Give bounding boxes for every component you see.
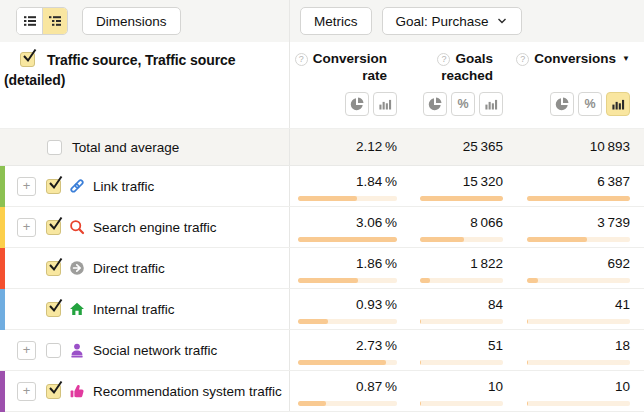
expand-button[interactable]: +: [17, 177, 36, 196]
row-checkbox[interactable]: [46, 302, 61, 317]
conversions-cell: 6 387: [503, 166, 644, 206]
help-icon: ?: [437, 53, 450, 66]
pie-view-toggle[interactable]: [550, 92, 574, 116]
conversion-rate-bar: [298, 401, 397, 406]
expand-button[interactable]: +: [17, 382, 36, 401]
goals-reached-value: 10: [488, 379, 503, 395]
conversion-rate-bar: [298, 278, 397, 283]
goals-reached-value: 84: [488, 297, 503, 313]
total-checkbox[interactable]: [47, 140, 62, 155]
goal-selector[interactable]: Goal: Purchase: [382, 7, 522, 35]
goals-reached-cell: 51: [397, 330, 503, 370]
bars-view-toggle[interactable]: [606, 92, 630, 116]
row-label[interactable]: Direct traffic: [93, 261, 165, 276]
row-left-cell: + Recommendation system traffic: [0, 371, 290, 411]
column-header-goals-reached: ?Goalsreached %: [397, 42, 503, 128]
chevron-down-icon: [496, 15, 508, 27]
column-title[interactable]: ?Goalsreached: [437, 50, 503, 92]
expand-button[interactable]: +: [17, 341, 36, 360]
goals-reached-bar: [420, 360, 503, 365]
dimensions-button[interactable]: Dimensions: [82, 7, 181, 35]
column-display-toggles: %: [550, 92, 630, 116]
conversion-rate-value: 0.87 %: [356, 379, 397, 395]
pie-view-toggle[interactable]: [423, 92, 447, 116]
row-label[interactable]: Search engine traffic: [93, 220, 217, 235]
row-color-strip: [0, 289, 5, 330]
goals-reached-bar: [420, 278, 503, 283]
metrics-button[interactable]: Metrics: [300, 7, 372, 35]
toolbar-left: Dimensions: [0, 0, 290, 42]
flat-list-view-button[interactable]: [17, 8, 42, 34]
conversions-bar: [527, 360, 630, 365]
conversion-rate-cell: 1.84 %: [290, 166, 397, 206]
toolbar-right: Metrics Goal: Purchase: [290, 0, 644, 42]
goals-reached-value: 51: [488, 338, 503, 354]
list-icon: [22, 13, 38, 29]
percent-view-toggle[interactable]: %: [578, 92, 602, 116]
dimension-header-cell: Traffic source, Traffic source (detailed…: [0, 42, 290, 128]
recommendation-traffic-icon: [69, 383, 85, 399]
sort-desc-icon: ▼: [622, 54, 630, 63]
column-header-conversion-rate: ?Conversionrate: [290, 42, 397, 128]
row-color-strip: [0, 248, 5, 289]
bars-view-toggle[interactable]: [373, 92, 397, 116]
conversion-rate-bar: [298, 319, 397, 324]
row-label[interactable]: Social network traffic: [93, 343, 217, 358]
dimension-title[interactable]: Traffic source, Traffic source (detailed…: [4, 52, 235, 88]
table-body: + Link traffic 1.84 % 15 320 6 387 + Sea…: [0, 166, 644, 412]
conversions-value: 692: [607, 256, 630, 272]
help-icon: ?: [295, 53, 308, 66]
tree-view-button[interactable]: [42, 8, 67, 34]
row-checkbox[interactable]: [46, 343, 61, 358]
conversions-bar: [527, 319, 630, 324]
row-checkbox[interactable]: [46, 179, 61, 194]
conversions-bar: [527, 278, 630, 283]
row-checkbox[interactable]: [46, 220, 61, 235]
conversions-cell: 3 739: [503, 207, 644, 247]
pie-view-toggle[interactable]: [345, 92, 369, 116]
row-color-strip: [0, 207, 5, 248]
bars-view-toggle[interactable]: [479, 92, 503, 116]
row-left-cell: + Social network traffic: [0, 330, 290, 370]
conversions-bar: [527, 237, 630, 242]
goals-reached-bar: [420, 401, 503, 406]
row-label[interactable]: Recommendation system traffic: [93, 384, 282, 399]
expand-button[interactable]: +: [17, 218, 36, 237]
table-row: + Search engine traffic 3.06 % 8 066 3 7…: [0, 207, 644, 248]
row-label[interactable]: Internal traffic: [93, 302, 175, 317]
goals-reached-cell: 8 066: [397, 207, 503, 247]
conversion-rate-cell: 0.87 %: [290, 371, 397, 411]
conversion-rate-value: 1.86 %: [356, 256, 397, 272]
total-label: Total and average: [72, 140, 179, 155]
percent-view-toggle[interactable]: %: [451, 92, 475, 116]
conversion-rate-cell: 3.06 %: [290, 207, 397, 247]
table-row: + Direct traffic 1.86 % 1 822 692: [0, 248, 644, 289]
conversions-value: 10: [615, 379, 630, 395]
conversions-cell: 10: [503, 371, 644, 411]
total-conversion-rate-cell: 2.12 %: [290, 129, 397, 165]
conversion-rate-value: 2.73 %: [356, 338, 397, 354]
goals-reached-cell: 84: [397, 289, 503, 329]
row-label[interactable]: Link traffic: [93, 179, 154, 194]
total-row: Total and average 2.12 % 25 365 10 893: [0, 128, 644, 166]
row-left-cell: + Link traffic: [0, 166, 290, 206]
goals-reached-bar: [420, 319, 503, 324]
analytics-report: Dimensions Metrics Goal: Purchase Traffi…: [0, 0, 644, 414]
social-traffic-icon: [69, 342, 85, 358]
conversions-value: 18: [615, 338, 630, 354]
conversion-rate-value: 1.84 %: [356, 174, 397, 190]
column-display-toggles: %: [423, 92, 503, 116]
row-left-cell: + Search engine traffic: [0, 207, 290, 247]
conversions-value: 6 387: [597, 174, 630, 190]
conversions-bar: [527, 196, 630, 201]
column-title[interactable]: ?Conversions▼: [516, 50, 630, 92]
row-checkbox[interactable]: [46, 261, 61, 276]
row-checkbox[interactable]: [46, 384, 61, 399]
column-header-conversions: ?Conversions▼ %: [503, 42, 644, 128]
column-display-toggles: [345, 92, 397, 116]
column-title[interactable]: ?Conversionrate: [295, 50, 397, 92]
conversions-cell: 41: [503, 289, 644, 329]
dimension-checkbox[interactable]: [20, 52, 35, 67]
help-icon: ?: [516, 53, 529, 66]
conversions-cell: 692: [503, 248, 644, 288]
